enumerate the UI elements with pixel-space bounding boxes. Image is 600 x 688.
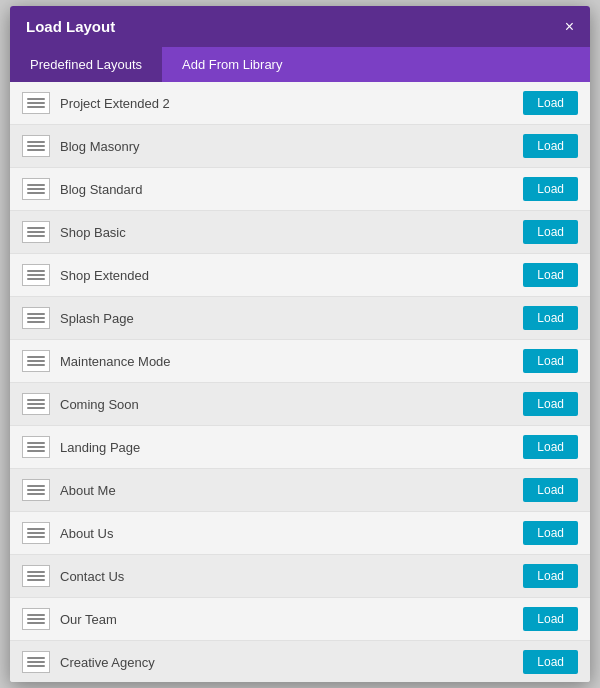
load-button[interactable]: Load xyxy=(523,306,578,330)
layout-icon xyxy=(22,608,50,630)
icon-line xyxy=(27,493,45,495)
icon-line xyxy=(27,317,45,319)
icon-line xyxy=(27,360,45,362)
modal-title: Load Layout xyxy=(26,18,115,35)
icon-line xyxy=(27,106,45,108)
icon-line xyxy=(27,235,45,237)
layout-icon xyxy=(22,307,50,329)
icon-line xyxy=(27,665,45,667)
icon-line xyxy=(27,579,45,581)
icon-line xyxy=(27,614,45,616)
icon-line xyxy=(27,528,45,530)
icon-line xyxy=(27,321,45,323)
load-button[interactable]: Load xyxy=(523,564,578,588)
layout-icon xyxy=(22,393,50,415)
icon-line xyxy=(27,661,45,663)
icon-line xyxy=(27,622,45,624)
load-button[interactable]: Load xyxy=(523,349,578,373)
list-item: Creative AgencyLoad xyxy=(10,641,590,682)
layout-icon xyxy=(22,436,50,458)
tabs-bar: Predefined Layouts Add From Library xyxy=(10,47,590,82)
icon-line xyxy=(27,403,45,405)
list-item: About UsLoad xyxy=(10,512,590,555)
icon-line xyxy=(27,145,45,147)
icon-line xyxy=(27,618,45,620)
icon-line xyxy=(27,231,45,233)
icon-line xyxy=(27,192,45,194)
icon-line xyxy=(27,278,45,280)
load-layout-modal: Load Layout × Predefined Layouts Add Fro… xyxy=(10,6,590,682)
layout-icon xyxy=(22,178,50,200)
layout-icon xyxy=(22,350,50,372)
layout-name: Splash Page xyxy=(60,311,523,326)
icon-line xyxy=(27,532,45,534)
list-item: Blog StandardLoad xyxy=(10,168,590,211)
icon-line xyxy=(27,356,45,358)
layout-name: Blog Masonry xyxy=(60,139,523,154)
icon-line xyxy=(27,489,45,491)
load-button[interactable]: Load xyxy=(523,650,578,674)
modal-header: Load Layout × xyxy=(10,6,590,47)
layout-name: Maintenance Mode xyxy=(60,354,523,369)
layout-icon xyxy=(22,221,50,243)
icon-line xyxy=(27,102,45,104)
load-button[interactable]: Load xyxy=(523,435,578,459)
layout-name: Coming Soon xyxy=(60,397,523,412)
close-button[interactable]: × xyxy=(565,19,574,35)
list-item: Contact UsLoad xyxy=(10,555,590,598)
list-item: Landing PageLoad xyxy=(10,426,590,469)
load-button[interactable]: Load xyxy=(523,91,578,115)
icon-line xyxy=(27,399,45,401)
tab-add-from-library[interactable]: Add From Library xyxy=(162,47,302,82)
load-button[interactable]: Load xyxy=(523,220,578,244)
layout-icon xyxy=(22,264,50,286)
layout-icon xyxy=(22,135,50,157)
layout-name: About Us xyxy=(60,526,523,541)
icon-line xyxy=(27,442,45,444)
icon-line xyxy=(27,313,45,315)
list-item: Splash PageLoad xyxy=(10,297,590,340)
icon-line xyxy=(27,575,45,577)
list-item: Shop BasicLoad xyxy=(10,211,590,254)
icon-line xyxy=(27,98,45,100)
icon-line xyxy=(27,270,45,272)
layout-icon xyxy=(22,651,50,673)
layout-icon xyxy=(22,92,50,114)
icon-line xyxy=(27,141,45,143)
load-button[interactable]: Load xyxy=(523,177,578,201)
list-item: Project Extended 2Load xyxy=(10,82,590,125)
layout-icon xyxy=(22,479,50,501)
list-item: Maintenance ModeLoad xyxy=(10,340,590,383)
list-item: Shop ExtendedLoad xyxy=(10,254,590,297)
list-item: Coming SoonLoad xyxy=(10,383,590,426)
list-item: About MeLoad xyxy=(10,469,590,512)
list-item: Our TeamLoad xyxy=(10,598,590,641)
load-button[interactable]: Load xyxy=(523,478,578,502)
icon-line xyxy=(27,407,45,409)
layouts-list: Project Extended 2LoadBlog MasonryLoadBl… xyxy=(10,82,590,682)
layout-icon xyxy=(22,565,50,587)
icon-line xyxy=(27,188,45,190)
icon-line xyxy=(27,446,45,448)
layout-name: Creative Agency xyxy=(60,655,523,670)
icon-line xyxy=(27,227,45,229)
layout-icon xyxy=(22,522,50,544)
load-button[interactable]: Load xyxy=(523,392,578,416)
icon-line xyxy=(27,657,45,659)
layout-name: Shop Basic xyxy=(60,225,523,240)
icon-line xyxy=(27,274,45,276)
layout-name: Contact Us xyxy=(60,569,523,584)
layout-name: Our Team xyxy=(60,612,523,627)
layout-name: Landing Page xyxy=(60,440,523,455)
load-button[interactable]: Load xyxy=(523,607,578,631)
icon-line xyxy=(27,485,45,487)
layout-name: Project Extended 2 xyxy=(60,96,523,111)
icon-line xyxy=(27,450,45,452)
load-button[interactable]: Load xyxy=(523,263,578,287)
layout-name: Blog Standard xyxy=(60,182,523,197)
icon-line xyxy=(27,184,45,186)
load-button[interactable]: Load xyxy=(523,521,578,545)
load-button[interactable]: Load xyxy=(523,134,578,158)
tab-predefined-layouts[interactable]: Predefined Layouts xyxy=(10,47,162,82)
icon-line xyxy=(27,364,45,366)
